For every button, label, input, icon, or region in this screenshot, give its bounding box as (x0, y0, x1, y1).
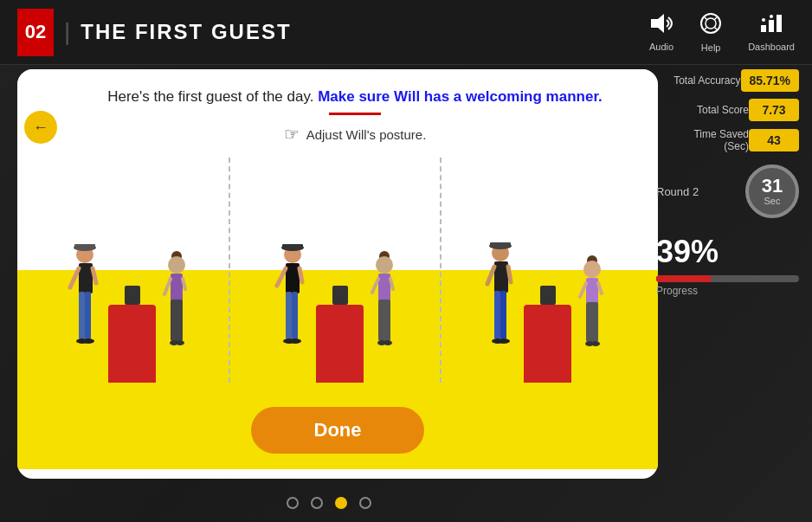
scene (17, 158, 658, 383)
svg-line-3 (714, 17, 717, 20)
svg-line-44 (372, 279, 378, 293)
monitor-3 (540, 286, 556, 305)
time-saved-label: Time Saved(Sec) (656, 128, 749, 152)
svg-rect-15 (74, 244, 95, 249)
svg-line-36 (300, 268, 302, 282)
card-title: Here's the first guest of the day. Make … (69, 88, 641, 106)
total-score-label: Total Score (656, 104, 749, 116)
total-score-row: Total Score 7.73 (656, 99, 799, 121)
main-card: Here's the first guest of the day. Make … (17, 69, 658, 479)
svg-line-4 (705, 17, 707, 20)
svg-point-12 (777, 15, 781, 18)
svg-line-5 (714, 27, 717, 29)
page-dot-2[interactable] (311, 497, 323, 509)
help-icon (699, 12, 722, 40)
subtitle-text: Adjust Will's posture. (306, 127, 427, 142)
dashboard-label: Dashboard (748, 42, 795, 52)
header-number-badge: 02 (17, 9, 54, 56)
character-group-1 (63, 235, 197, 383)
svg-point-22 (82, 338, 94, 344)
svg-line-35 (277, 268, 286, 286)
svg-line-45 (390, 279, 393, 289)
svg-rect-37 (286, 292, 292, 339)
svg-marker-0 (651, 14, 664, 33)
svg-rect-20 (85, 292, 91, 339)
scene-characters (17, 158, 658, 383)
svg-line-27 (183, 279, 185, 289)
round-section: Round 2 31 Sec (656, 164, 799, 218)
svg-rect-56 (500, 291, 506, 339)
page-title: THE FIRST GUEST (81, 20, 649, 44)
svg-rect-19 (79, 292, 85, 339)
staff-char-2 (271, 235, 314, 383)
round-timer: 31 Sec (745, 164, 799, 218)
svg-point-24 (168, 256, 185, 274)
pagination (0, 497, 658, 509)
round-timer-number: 31 (762, 177, 783, 196)
staff-char-3 (479, 235, 522, 383)
svg-line-6 (705, 27, 707, 29)
counter-1 (108, 305, 156, 383)
header-divider: | (64, 18, 70, 46)
svg-line-53 (487, 267, 494, 284)
svg-rect-7 (761, 25, 766, 32)
progress-bar-background (656, 275, 799, 282)
header-icons: Audio Help (649, 12, 795, 53)
title-underline (329, 113, 381, 115)
svg-rect-8 (769, 20, 774, 32)
progress-bar-fill (656, 275, 712, 282)
total-score-value: 7.73 (749, 99, 799, 121)
staff-char-1 (63, 235, 106, 383)
hand-icon: ☞ (284, 124, 300, 145)
dashboard-button[interactable]: Dashboard (748, 13, 795, 52)
card-title-bold: Make sure Will has a welcoming manner. (318, 88, 603, 105)
audio-button[interactable]: Audio (649, 13, 673, 52)
page-dot-4[interactable] (359, 497, 371, 509)
svg-point-1 (701, 14, 720, 33)
header: 02 | THE FIRST GUEST Audio (0, 0, 812, 65)
svg-point-42 (376, 256, 393, 274)
svg-point-40 (289, 338, 301, 344)
svg-line-54 (508, 267, 511, 282)
svg-rect-25 (171, 274, 183, 301)
svg-point-66 (591, 341, 600, 346)
page-dot-3[interactable] (335, 497, 347, 509)
guest-char-2 (365, 244, 404, 383)
dashboard-icon (759, 13, 783, 39)
svg-rect-51 (490, 242, 511, 248)
round-timer-sec: Sec (764, 196, 781, 206)
svg-point-58 (498, 338, 510, 344)
svg-rect-61 (586, 278, 598, 304)
counter-2 (316, 305, 364, 383)
divider-2 (440, 158, 441, 383)
divider-1 (229, 158, 230, 383)
audio-label: Audio (649, 42, 673, 52)
svg-point-48 (383, 340, 392, 345)
page-dot-1[interactable] (287, 497, 299, 509)
svg-rect-38 (292, 292, 298, 339)
total-accuracy-row: Total Accuracy 85.71% (656, 69, 799, 92)
done-button[interactable]: Done (251, 407, 424, 454)
help-button[interactable]: Help (699, 12, 722, 53)
character-group-3 (479, 235, 612, 383)
card-header: Here's the first guest of the day. Make … (17, 69, 658, 158)
progress-percentage: 39% (656, 234, 719, 269)
round-label: Round 2 (656, 185, 699, 198)
svg-rect-33 (282, 244, 303, 249)
svg-line-26 (164, 279, 171, 294)
svg-line-62 (580, 283, 586, 297)
svg-line-63 (598, 283, 602, 293)
audio-icon (649, 13, 673, 39)
progress-section: 39% Progress (656, 234, 799, 298)
svg-rect-34 (286, 263, 300, 293)
svg-point-30 (176, 340, 184, 345)
guest-char-3 (573, 248, 612, 383)
svg-rect-55 (494, 291, 500, 339)
svg-point-10 (762, 18, 765, 22)
total-accuracy-value: 85.71% (741, 69, 799, 92)
progress-label: Progress (656, 285, 698, 297)
guest-char-1 (158, 244, 197, 383)
back-button[interactable]: ← (24, 111, 57, 144)
lesson-number: 02 (25, 21, 46, 43)
svg-rect-43 (378, 274, 390, 301)
